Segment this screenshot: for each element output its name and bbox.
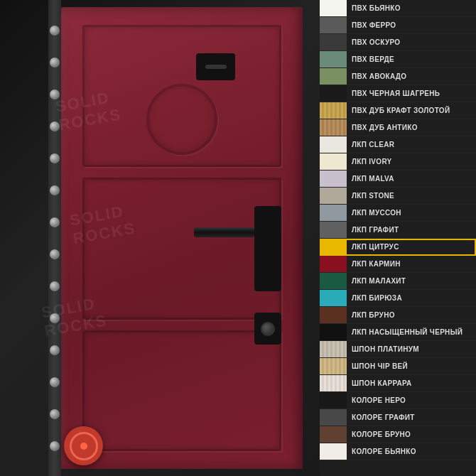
color-label-lkp-grafit: ЛКП ГРАФИТ [347,226,399,234]
lock-plate [254,313,281,345]
color-label-shpon-ip-bey: ШПОН ЧIР ВЕЙ [347,362,408,370]
color-swatch-lkp-malva [320,171,347,187]
color-label-lkp-stone: ЛКП STONE [347,192,394,200]
color-swatch-pvx-avokado [320,68,347,85]
color-swatch-lkp-nasyshennyy [320,324,347,340]
card-slot [205,65,227,69]
color-item-lkp-malva[interactable]: ЛКП MALVA [320,171,476,188]
color-item-lkp-clear[interactable]: ЛКП CLEAR [320,136,476,153]
logo-inner-ring [70,432,98,460]
color-swatch-pvx-byanko [320,0,347,16]
color-item-kolore-byanko[interactable]: КОЛОРЕ БЬЯНКО [320,443,476,460]
door-image-panel: SOLIDROCKS SOLIDROCKS SOLIDROCKS [0,0,320,476]
color-item-lkp-biryuza[interactable]: ЛКП БИРЮЗА [320,290,476,307]
color-item-pvx-ferro[interactable]: ПВХ ФЕРРО [320,17,476,34]
color-label-shpon-platinum: ШПОН ПЛАТИНУМ [347,345,419,353]
bolt [50,281,60,291]
door-panel-middle [82,178,281,320]
color-swatch-pvx-oskuro [320,34,347,50]
color-swatch-pvx-dub-kraft [320,102,347,119]
bolt [50,249,60,259]
color-item-pvx-verde[interactable]: ПВХ ВЕРДЕ [320,51,476,68]
color-swatch-lkp-karmin [320,256,347,272]
color-label-lkp-citrus: ЛКП ЦИТРУС [347,243,399,251]
color-item-kolore-bruno[interactable]: КОЛОРЕ БРУНО [320,426,476,443]
color-label-lkp-malva: ЛКП MALVA [347,175,394,183]
color-label-lkp-musson: ЛКП МУССОН [347,209,401,217]
color-item-lkp-karmin[interactable]: ЛКП КАРМИН [320,256,476,273]
color-label-kolore-bruno: КОЛОРЕ БРУНО [347,431,411,438]
color-swatch-kolore-bruno [320,426,347,443]
color-label-lkp-bruno: ЛКП БРУНО [347,311,395,319]
color-label-shpon-karra: ШПОН КАРРАРА [347,379,412,387]
color-swatch-lkp-stone [320,188,347,204]
color-item-pvx-dub-kraft[interactable]: ПВХ ДУБ КРАФТ ЗОЛОТОЙ [320,102,476,119]
color-item-lkp-stone[interactable]: ЛКП STONE [320,188,476,205]
door-panel-bottom [82,330,281,451]
logo-dot [80,443,87,450]
color-label-pvx-byanko: ПВХ БЬЯНКО [347,4,401,12]
color-item-shpon-ip-bey[interactable]: ШПОН ЧIР ВЕЙ [320,358,476,375]
color-label-pvx-ferro: ПВХ ФЕРРО [347,21,396,29]
color-label-pvx-verde: ПВХ ВЕРДЕ [347,55,394,63]
color-swatch-pvx-chernaya [320,85,347,102]
color-label-kolore-nero: КОЛОРЕ НЕРО [347,396,406,404]
color-label-pvx-dub-antiko: ПВХ ДУБ АНТИКО [347,124,418,131]
color-label-pvx-oskuro: ПВХ ОСКУРО [347,38,400,46]
color-item-kolore-nero[interactable]: КОЛОРЕ НЕРО [320,392,476,409]
color-label-lkp-malahit: ЛКП МАЛАХИТ [347,277,406,285]
brand-logo [64,426,103,465]
color-item-pvx-chernaya[interactable]: ПВХ ЧЕРНАЯ ШАГРЕНЬ [320,85,476,102]
color-item-lkp-malahit[interactable]: ЛКП МАЛАХИТ [320,273,476,290]
color-item-lkp-musson[interactable]: ЛКП МУССОН [320,205,476,222]
color-item-pvx-dub-antiko[interactable]: ПВХ ДУБ АНТИКО [320,119,476,136]
color-swatch-lkp-ivory [320,153,347,170]
color-swatch-kolore-byanko [320,443,347,460]
color-item-pvx-byanko[interactable]: ПВХ БЬЯНКО [320,0,476,17]
color-item-lkp-nasyshennyy[interactable]: ЛКП НАСЫЩЕННЫЙ ЧЕРНЫЙ [320,324,476,341]
color-swatch-lkp-grafit [320,222,347,238]
color-swatch-lkp-musson [320,205,347,221]
bolt [50,185,60,195]
color-swatch-lkp-biryuza [320,290,347,306]
handle-lever [194,227,254,237]
bolt [50,345,60,355]
color-label-pvx-chernaya: ПВХ ЧЕРНАЯ ШАГРЕНЬ [347,90,440,97]
color-item-shpon-karra[interactable]: ШПОН КАРРАРА [320,375,476,392]
handle-plate [254,206,281,291]
color-item-lkp-ivory[interactable]: ЛКП IVORY [320,153,476,171]
color-item-lkp-citrus[interactable]: ЛКП ЦИТРУС [320,239,476,256]
color-label-kolore-byanko: КОЛОРЕ БЬЯНКО [347,448,416,455]
color-item-kolore-grafit[interactable]: КОЛОРЕ ГРАФИТ [320,409,476,426]
color-swatch-lkp-bruno [320,307,347,323]
bolt [50,441,60,451]
color-item-pvx-avokado[interactable]: ПВХ АВОКАДО [320,68,476,85]
bolt-strip [48,0,61,476]
bolt [50,377,60,387]
color-item-shpon-platinum[interactable]: ШПОН ПЛАТИНУМ [320,341,476,358]
bolt [50,153,60,163]
color-item-lkp-grafit[interactable]: ЛКП ГРАФИТ [320,222,476,239]
bolt [50,217,60,227]
color-label-kolore-grafit: КОЛОРЕ ГРАФИТ [347,413,415,421]
color-label-lkp-karmin: ЛКП КАРМИН [347,260,401,268]
color-item-lkp-bruno[interactable]: ЛКП БРУНО [320,307,476,324]
color-swatch-pvx-ferro [320,17,347,33]
color-swatch-lkp-citrus [320,239,347,255]
door-circle-ornament [146,84,217,155]
color-label-lkp-ivory: ЛКП IVORY [347,158,392,166]
color-swatch-kolore-grafit [320,409,347,426]
color-swatch-lkp-clear [320,136,347,153]
bolt [50,26,60,36]
color-swatch-shpon-ip-bey [320,358,347,374]
color-swatch-pvx-dub-antiko [320,119,347,136]
color-label-lkp-clear: ЛКП CLEAR [347,141,394,148]
color-swatch-shpon-platinum [320,341,347,357]
color-list-panel[interactable]: ПВХ БЬЯНКОПВХ ФЕРРОПВХ ОСКУРОПВХ ВЕРДЕПВ… [320,0,476,476]
color-label-lkp-biryuza: ЛКП БИРЮЗА [347,294,402,302]
color-label-pvx-dub-kraft: ПВХ ДУБ КРАФТ ЗОЛОТОЙ [347,107,450,114]
bolt [50,58,60,67]
color-swatch-pvx-verde [320,51,347,67]
color-swatch-shpon-karra [320,375,347,391]
color-item-pvx-oskuro[interactable]: ПВХ ОСКУРО [320,34,476,51]
